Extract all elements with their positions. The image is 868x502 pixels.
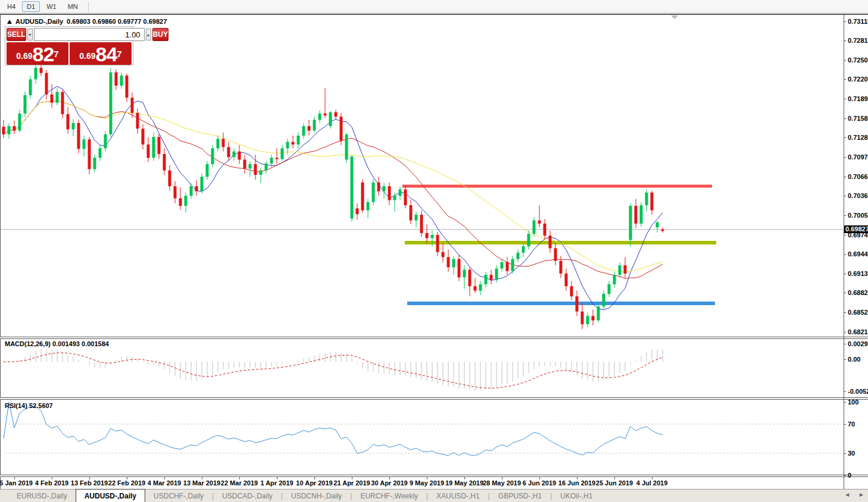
rsi-indicator-layer[interactable] (4, 402, 842, 456)
candlestick-chart[interactable] (0, 0, 868, 502)
sell-price-prefix: 0.69 (16, 48, 32, 64)
price-axis[interactable] (844, 15, 844, 489)
tab-usdchf-daily[interactable]: USDCHF-,Daily (145, 490, 212, 502)
buy-price-display[interactable]: 0.69847 (70, 42, 132, 65)
macd-panel-resize-handle[interactable] (0, 337, 868, 339)
price-tick-label: 0.70360 (848, 192, 868, 199)
price-tick-dash (844, 60, 846, 61)
date-tick-label: 6 Jun 2019 (523, 479, 556, 487)
price-tick-dash (844, 235, 846, 236)
price-tick-dash (844, 118, 846, 119)
price-tick-dash (844, 99, 846, 99)
macd-tick-dash (844, 344, 846, 344)
price-tick-label: 0.68210 (848, 328, 868, 335)
rsi-tick-label: 0 (848, 472, 851, 479)
macd-tick-dash (844, 359, 846, 360)
price-tick-label: 0.71890 (848, 95, 868, 102)
price-tick-dash (844, 157, 846, 158)
chart-tab-bar: EURUSD-,DailyAUDUSD-,DailyUSDCHF-,Daily|… (0, 489, 868, 502)
price-tick-label: 0.69130 (848, 270, 868, 277)
price-tick-dash (844, 293, 846, 293)
price-tick-label: 0.68520 (848, 309, 868, 316)
date-tick-label: 13 Feb 2019 (71, 479, 108, 487)
chart-shift-marker-icon[interactable] (671, 15, 678, 19)
price-tick-label: 0.70970 (848, 153, 868, 161)
tab-ukoil-h1[interactable]: UKOil-,H1 (552, 490, 601, 502)
date-tick-label: 1 Apr 2019 (260, 479, 293, 487)
tab-scroll-right-icon[interactable]: ► (858, 491, 864, 498)
date-tick-label: 4 Jul 2019 (636, 479, 668, 487)
rsi-tick-dash (844, 453, 846, 454)
price-tick-label: 0.71280 (848, 134, 868, 141)
date-tick-label: 13 Mar 2019 (183, 479, 220, 487)
price-tick-dash (844, 274, 846, 274)
tab-gbpusd-h1[interactable]: GBPUSD-,H1 (490, 490, 550, 502)
price-tick-label: 0.72810 (848, 37, 868, 44)
rsi-label: RSI(14) 52.5607 (5, 402, 53, 409)
volume-decrease-button[interactable]: ▼ (27, 29, 33, 40)
buy-price-pip: 7 (117, 42, 121, 66)
rsi-tick-dash (844, 475, 846, 476)
date-tick-label: 22 Feb 2019 (108, 479, 145, 487)
tab-scroll-left-icon[interactable]: ◄ (844, 491, 850, 498)
price-tick-label: 0.68825 (848, 289, 868, 296)
price-tick-label: 0.71585 (848, 115, 868, 122)
price-tick-label: 0.70050 (848, 212, 868, 219)
price-tick-dash (844, 79, 846, 80)
price-tick-label: 0.69745 (848, 231, 868, 239)
date-tick-label: 21 Apr 2019 (333, 479, 370, 487)
price-tick-dash (844, 312, 846, 313)
date-tick-label: 19 May 2019 (445, 479, 483, 487)
price-tick-dash (844, 254, 846, 255)
rsi-tick-label: 70 (848, 421, 855, 428)
price-tick-dash (844, 21, 846, 22)
symbol-triangle-icon (7, 20, 12, 24)
rsi-panel-resize-handle[interactable] (0, 397, 868, 400)
tab-usdcnh-daily[interactable]: USDCNH-,Daily (283, 490, 350, 502)
price-tick-label: 0.72505 (848, 57, 868, 64)
chart-symbol-title: AUDUSD-,Daily 0.69803 0.69860 0.69777 0.… (7, 18, 167, 25)
volume-input[interactable] (34, 28, 145, 41)
one-click-trade-panel: SELL ▼ ▲ BUY 0.69827 0.69847 (5, 26, 133, 65)
price-tick-label: 0.69440 (848, 250, 868, 258)
price-tick-dash (844, 177, 846, 177)
macd-indicator-layer[interactable] (4, 349, 663, 391)
macd-tick-label: -0.005256 (848, 388, 868, 395)
tab-scroll-arrows: ◄ ► (844, 491, 864, 498)
tab-eurusd-daily[interactable]: EURUSD-,Daily (8, 490, 76, 502)
rsi-tick-dash (844, 402, 846, 403)
date-tick-label: 16 Jun 2019 (558, 479, 595, 487)
buy-price-main: 84 (96, 45, 117, 64)
macd-tick-label: 0.002984 (848, 340, 868, 347)
tab-xauusd-h1[interactable]: XAUUSD-,H1 (428, 490, 488, 502)
sell-price-main: 82 (33, 45, 54, 64)
date-tick-label: 25 Jun 2019 (596, 479, 633, 487)
price-tick-label: 0.70665 (848, 173, 868, 180)
macd-tick-label: 0.00 (848, 356, 860, 363)
sell-button[interactable]: SELL (7, 28, 26, 41)
rsi-tick-dash (844, 424, 846, 425)
macd-label: MACD(12,26,9) 0.001493 0.001584 (5, 340, 109, 347)
date-tick-label: 25 Jan 2019 (0, 479, 33, 487)
symbol-ohlc: 0.69803 0.69860 0.69777 0.69827 (67, 18, 167, 25)
date-tick-label: 28 May 2019 (483, 479, 521, 487)
price-tick-dash (844, 215, 846, 216)
volume-increase-button[interactable]: ▲ (146, 29, 151, 40)
date-tick-label: 9 May 2019 (410, 479, 444, 487)
price-tick-label: 0.72200 (848, 76, 868, 83)
price-tick-dash (844, 40, 846, 41)
tab-audusd-daily[interactable]: AUDUSD-,Daily (76, 489, 145, 502)
buy-button[interactable]: BUY (152, 28, 168, 41)
date-tick-label: 22 Mar 2019 (221, 479, 258, 487)
main-chart-layer[interactable] (1, 60, 843, 329)
time-axis-separator (0, 475, 868, 477)
tab-usdcad-daily[interactable]: USDCAD-,Daily (214, 490, 281, 502)
tab-eurchf-weekly[interactable]: EURCHF-,Weekly (352, 490, 426, 502)
rsi-tick-label: 30 (848, 450, 855, 457)
date-tick-label: 30 Apr 2019 (371, 479, 407, 487)
price-tick-label: 0.73115 (848, 18, 868, 25)
price-tick-dash (844, 196, 846, 196)
buy-price-prefix: 0.69 (79, 48, 95, 64)
sell-price-display[interactable]: 0.69827 (7, 42, 68, 65)
macd-tick-dash (844, 391, 846, 392)
